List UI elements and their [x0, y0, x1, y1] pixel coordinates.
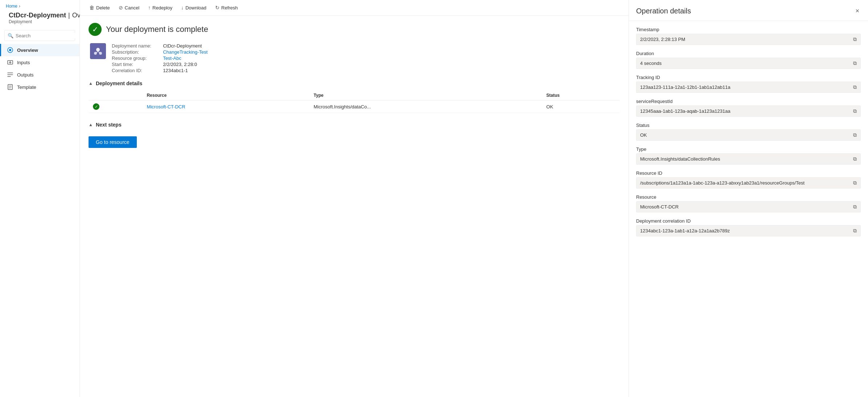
panel-title: Operation details [636, 7, 691, 15]
col-status-label: Status [542, 91, 620, 100]
page-resource-name: CtDcr-Deployment [9, 12, 66, 19]
copy-button-type[interactable]: ⧉ [850, 156, 857, 162]
copy-button-service_request_id[interactable]: ⧉ [850, 108, 857, 114]
refresh-icon: ↻ [215, 5, 220, 11]
deployment-details-header[interactable]: ▲ Deployment details [89, 80, 620, 86]
breadcrumb: Home › [0, 0, 79, 10]
sidebar: Home › CtDcr-Deployment | Overview 📌 ··· [0, 0, 80, 397]
field-value-box-tracking_id: 123aa123-111a-12a1-12b1-1ab1a12ab11a ⧉ [636, 82, 861, 93]
meta-subscription-link[interactable]: ChangeTracking-Test [163, 49, 208, 55]
field-value-deployment_correlation_id: 1234abc1-123a-1ab1-a12a-12a1aa2b789z [640, 228, 850, 233]
go-to-resource-button[interactable]: Go to resource [89, 136, 137, 148]
deployment-meta: Deployment name: CtDcr-Deployment Subscr… [89, 43, 620, 73]
delete-icon: 🗑 [89, 5, 94, 11]
field-value-timestamp: 2/2/2023, 2:28:13 PM [640, 37, 850, 42]
meta-rg-label: Resource group: [112, 55, 151, 61]
copy-button-duration[interactable]: ⧉ [850, 60, 857, 66]
meta-name-value: CtDcr-Deployment [163, 43, 208, 49]
copy-button-resource_id[interactable]: ⧉ [850, 180, 857, 186]
table-row[interactable]: ✓ Microsoft-CT-DCR Microsoft.Insights/da… [89, 100, 620, 113]
sidebar-item-overview-label: Overview [17, 47, 38, 53]
field-value-box-duration: 4 seconds ⧉ [636, 58, 861, 69]
breadcrumb-home[interactable]: Home [6, 4, 17, 9]
deployment-details-title: Deployment details [96, 80, 142, 86]
field-group-service_request_id: serviceRequestId 12345aaa-1ab1-123a-aqab… [636, 99, 861, 117]
chevron-up-icon: ▲ [89, 81, 93, 86]
field-value-type: Microsoft.Insights/dataCollectionRules [640, 156, 850, 162]
field-group-deployment_correlation_id: Deployment correlation ID 1234abc1-123a-… [636, 218, 861, 236]
field-label-status: Status [636, 123, 861, 128]
main-content: 🗑 Delete ⊘ Cancel ↑ Redeploy ↓ Download … [80, 0, 629, 397]
sidebar-item-template[interactable]: Template [0, 81, 79, 93]
download-button[interactable]: ↓ Download [177, 3, 210, 12]
inputs-icon [7, 59, 13, 66]
field-value-duration: 4 seconds [640, 61, 850, 66]
copy-button-deployment_correlation_id[interactable]: ⧉ [850, 228, 857, 234]
deployment-type-icon [93, 46, 103, 56]
field-label-timestamp: Timestamp [636, 27, 861, 32]
template-icon [7, 84, 13, 90]
meta-subscription-label: Subscription: [112, 49, 151, 55]
field-value-box-resource_id: /subscriptions/1a123a1a-1abc-123a-a123-a… [636, 177, 861, 189]
copy-button-tracking_id[interactable]: ⧉ [850, 84, 857, 90]
field-value-box-service_request_id: 12345aaa-1ab1-123a-aqab-1a123a1231aa ⧉ [636, 106, 861, 117]
sidebar-item-outputs[interactable]: Outputs [0, 69, 79, 81]
sidebar-nav: Overview Inputs Outputs Template [0, 44, 79, 93]
download-label: Download [185, 5, 206, 11]
sidebar-item-inputs[interactable]: Inputs [0, 56, 79, 69]
content-area: ✓ Your deployment is complete Deployment… [80, 16, 629, 397]
search-input[interactable] [16, 33, 77, 38]
cancel-icon: ⊘ [119, 5, 123, 11]
field-group-tracking_id: Tracking ID 123aa123-111a-12a1-12b1-1ab1… [636, 75, 861, 93]
chevron-up-icon-2: ▲ [89, 122, 93, 127]
row-type: Microsoft.Insights/dataCo... [309, 100, 542, 113]
field-group-resource_id: Resource ID /subscriptions/1a123a1a-1abc… [636, 170, 861, 189]
redeploy-button[interactable]: ↑ Redeploy [144, 3, 176, 12]
field-label-tracking_id: Tracking ID [636, 75, 861, 80]
deployment-details-section: ▲ Deployment details Resource Type Statu… [89, 80, 620, 113]
meta-grid: Deployment name: CtDcr-Deployment Subscr… [112, 43, 208, 73]
next-steps-header[interactable]: ▲ Next steps [89, 122, 620, 128]
resource-link[interactable]: Microsoft-CT-DCR [147, 104, 185, 109]
row-status-icon: ✓ [89, 100, 142, 113]
cancel-label: Cancel [125, 5, 139, 11]
toolbar: 🗑 Delete ⊘ Cancel ↑ Redeploy ↓ Download … [80, 0, 629, 16]
col-header-resource [89, 91, 142, 100]
copy-button-timestamp[interactable]: ⧉ [850, 36, 857, 42]
row-resource: Microsoft-CT-DCR [142, 100, 309, 113]
meta-name-label: Deployment name: [112, 43, 151, 49]
field-label-resource: Resource [636, 194, 861, 200]
field-value-service_request_id: 12345aaa-1ab1-123a-aqab-1a123a1231aa [640, 108, 850, 114]
svg-point-7 [96, 48, 100, 51]
field-value-resource: Microsoft-CT-DCR [640, 204, 850, 210]
copy-button-status[interactable]: ⧉ [850, 132, 857, 138]
field-group-type: Type Microsoft.Insights/dataCollectionRu… [636, 146, 861, 165]
field-value-box-status: OK ⧉ [636, 129, 861, 141]
redeploy-label: Redeploy [152, 5, 172, 11]
delete-button[interactable]: 🗑 Delete [86, 3, 114, 12]
panel-header: Operation details × [629, 0, 868, 21]
field-label-type: Type [636, 146, 861, 152]
page-title-separator: | [68, 12, 70, 19]
field-value-box-resource: Microsoft-CT-DCR ⧉ [636, 201, 861, 212]
deployment-details-table: Resource Type Status ✓ Microsoft-CT-DCR … [89, 91, 620, 113]
svg-point-4 [9, 49, 11, 51]
panel-close-button[interactable]: × [854, 6, 861, 16]
field-value-status: OK [640, 132, 850, 138]
sidebar-item-overview[interactable]: Overview [0, 44, 79, 56]
sidebar-item-inputs-label: Inputs [17, 60, 30, 65]
row-status: OK [542, 100, 620, 113]
search-box: 🔍 « [4, 30, 75, 41]
deployment-title: Your deployment is complete [106, 25, 208, 34]
meta-rg-link[interactable]: Test-Abc [163, 55, 208, 61]
cancel-button[interactable]: ⊘ Cancel [115, 3, 143, 12]
deployment-success-icon: ✓ [89, 23, 102, 36]
field-value-box-type: Microsoft.Insights/dataCollectionRules ⧉ [636, 153, 861, 165]
refresh-button[interactable]: ↻ Refresh [212, 3, 242, 12]
field-group-resource: Resource Microsoft-CT-DCR ⧉ [636, 194, 861, 212]
search-icon: 🔍 [8, 33, 13, 38]
copy-button-resource[interactable]: ⧉ [850, 204, 857, 210]
outputs-icon [7, 71, 13, 78]
sidebar-item-outputs-label: Outputs [17, 72, 34, 78]
field-group-timestamp: Timestamp 2/2/2023, 2:28:13 PM ⧉ [636, 27, 861, 45]
